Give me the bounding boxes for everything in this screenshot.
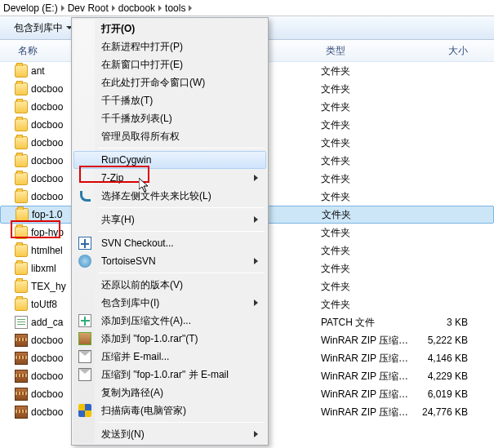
file-type: 文件夹 <box>321 116 411 134</box>
file-type: PATCH 文件 <box>321 313 411 331</box>
breadcrumb-item[interactable]: Dev Root <box>68 2 109 14</box>
file-size: 24,776 KB <box>411 403 476 421</box>
menu-run-cygwin[interactable]: RunCygwin <box>73 151 266 169</box>
archive-icon <box>15 406 28 419</box>
menu-copy-as-path[interactable]: 复制为路径(A) <box>73 384 266 401</box>
menu-add-rar[interactable]: 添加到 "fop-1.0.rar"(T) <box>73 330 266 348</box>
context-menu: 打开(O) 在新进程中打开(P) 在新窗口中打开(E) 在此处打开命令窗口(W)… <box>71 17 269 446</box>
file-name: add_ca <box>31 313 63 331</box>
file-type: WinRAR ZIP 压缩… <box>321 367 411 385</box>
breadcrumb-item[interactable]: docbook <box>118 2 155 14</box>
file-size: 4,146 KB <box>411 349 476 367</box>
folder-icon <box>15 190 28 203</box>
file-name: docboo <box>31 385 63 403</box>
chevron-right-icon <box>61 5 65 11</box>
file-type: WinRAR ZIP 压缩… <box>321 331 411 349</box>
file-name: docboo <box>31 152 63 170</box>
folder-icon <box>15 82 28 95</box>
file-type: WinRAR ZIP 压缩… <box>321 349 411 367</box>
menu-separator <box>98 207 265 208</box>
menu-7zip[interactable]: 7-Zip <box>73 169 266 187</box>
menu-compress-rar-email[interactable]: 压缩到 "fop-1.0.rar" 并 E-mail <box>73 366 266 384</box>
col-type[interactable]: 类型 <box>321 44 411 58</box>
archive-icon <box>15 352 28 365</box>
menu-share[interactable]: 共享(H) <box>73 211 266 228</box>
menu-admin-ownership[interactable]: 管理员取得所有权 <box>73 127 266 145</box>
folder-icon <box>15 118 28 131</box>
menu-svn-checkout[interactable]: SVN Checkout... <box>73 234 266 252</box>
menu-open-new-window[interactable]: 在新窗口中打开(E) <box>73 55 266 73</box>
submenu-arrow-icon <box>254 258 258 264</box>
folder-icon <box>16 208 29 221</box>
menu-compress-email[interactable]: 压缩并 E-mail... <box>73 348 266 366</box>
file-type: 文件夹 <box>321 242 411 259</box>
folder-icon <box>15 262 28 275</box>
breadcrumb-item[interactable]: Develop (E:) <box>3 2 58 14</box>
folder-icon <box>15 298 28 311</box>
submenu-arrow-icon <box>254 299 258 306</box>
file-icon <box>15 316 28 329</box>
compare-icon <box>78 189 91 202</box>
menu-add-archive[interactable]: 添加到压缩文件(A)... <box>73 312 266 330</box>
breadcrumb[interactable]: Develop (E:) Dev Root docbook tools <box>0 0 494 16</box>
file-name: docboo <box>31 367 63 385</box>
file-name: ant <box>31 62 45 80</box>
mail-icon <box>78 350 91 363</box>
file-name: docboo <box>31 170 63 188</box>
file-type: 文件夹 <box>321 152 411 170</box>
folder-icon <box>15 172 28 185</box>
button-label: 包含到库中 <box>14 21 63 35</box>
menu-open-cmd-here[interactable]: 在此处打开命令窗口(W) <box>73 73 266 91</box>
chevron-right-icon <box>189 5 192 11</box>
file-type: 文件夹 <box>321 98 411 116</box>
menu-separator <box>98 422 265 423</box>
menu-separator <box>98 148 265 149</box>
file-type: 文件夹 <box>321 170 411 188</box>
file-name: docboo <box>31 80 63 98</box>
menu-qq-playlist[interactable]: 千千播放列表(L) <box>73 109 266 127</box>
file-type: 文件夹 <box>321 295 411 313</box>
chevron-right-icon <box>112 5 115 11</box>
folder-icon <box>15 244 28 257</box>
file-name: docboo <box>31 134 63 152</box>
folder-icon <box>15 136 28 149</box>
menu-open[interactable]: 打开(O) <box>73 20 266 38</box>
menu-restore-prev[interactable]: 还原以前的版本(V) <box>73 276 266 294</box>
file-size: 4,229 KB <box>411 367 476 385</box>
file-type: 文件夹 <box>321 62 411 80</box>
menu-scan-virus[interactable]: 扫描病毒(电脑管家) <box>73 401 266 419</box>
file-name: docboo <box>31 98 63 116</box>
menu-separator <box>98 273 265 273</box>
menu-open-new-process[interactable]: 在新进程中打开(P) <box>73 38 266 55</box>
file-name: TEX_hy <box>31 277 66 295</box>
file-type: WinRAR ZIP 压缩… <box>321 385 411 403</box>
menu-separator <box>98 231 265 232</box>
svn-icon <box>78 237 91 250</box>
file-name: toUtf8 <box>31 295 57 313</box>
menu-qq-play[interactable]: 千千播放(T) <box>73 91 266 109</box>
archive-rar-icon <box>78 332 91 345</box>
chevron-right-icon <box>158 5 162 11</box>
file-type: WinRAR ZIP 压缩… <box>321 403 411 421</box>
folder-icon <box>15 280 28 293</box>
menu-tortoisesvn[interactable]: TortoiseSVN <box>73 252 266 270</box>
folder-icon <box>15 100 28 113</box>
file-name: fop-hyp <box>31 224 64 242</box>
shield-icon <box>78 404 91 417</box>
file-size: 6,019 KB <box>411 385 476 403</box>
col-size[interactable]: 大小 <box>411 44 476 58</box>
archive-icon <box>15 388 28 401</box>
file-type: 文件夹 <box>321 80 411 98</box>
file-name: docboo <box>31 403 63 421</box>
menu-compare-left[interactable]: 选择左侧文件夹来比较(L) <box>73 187 266 205</box>
submenu-arrow-icon <box>254 431 258 437</box>
file-name: fop-1.0 <box>32 206 62 224</box>
folder-icon <box>15 64 28 78</box>
file-size: 5,222 KB <box>411 331 476 349</box>
menu-send-to[interactable]: 发送到(N) <box>73 425 266 443</box>
menu-include-lib[interactable]: 包含到库中(I) <box>73 294 266 312</box>
include-in-library-button[interactable]: 包含到库中 <box>7 18 80 38</box>
file-type: 文件夹 <box>321 188 411 206</box>
breadcrumb-item[interactable]: tools <box>165 2 185 14</box>
file-size: 3 KB <box>411 313 476 331</box>
